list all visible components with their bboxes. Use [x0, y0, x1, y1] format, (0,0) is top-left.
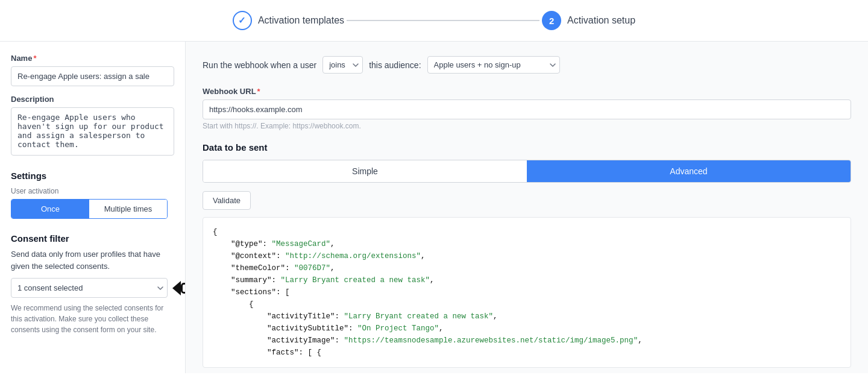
settings-section: Settings User activation Once Multiple t…: [11, 171, 174, 219]
callout-annotation: [172, 281, 186, 295]
consent-note: We recommend using the selected consents…: [11, 303, 174, 335]
trigger-action-select[interactable]: joins: [322, 56, 363, 74]
name-input[interactable]: [11, 66, 174, 86]
once-button[interactable]: Once: [11, 200, 89, 218]
step-2-circle: 2: [542, 11, 561, 30]
tab-simple[interactable]: Simple: [203, 160, 527, 182]
webhook-url-section: Webhook URL* Start with https://. Exampl…: [203, 87, 851, 130]
step-1-label: Activation templates: [258, 15, 344, 26]
name-field-group: Name*: [11, 54, 174, 86]
audience-select[interactable]: Apple users + no sign-up: [427, 56, 560, 74]
step-1: ✓ Activation templates: [233, 11, 344, 30]
trigger-action-wrapper: joins: [322, 56, 363, 74]
stepper: ✓ Activation templates 2 Activation setu…: [0, 0, 868, 42]
description-label: Description: [11, 95, 174, 104]
description-input[interactable]: Re-engage Apple users who haven't sign u…: [11, 107, 174, 156]
consent-select-wrapper: 1 consent selected: [11, 278, 168, 298]
step-connector: [347, 20, 539, 21]
webhook-hint: Start with https://. Example: https://we…: [203, 122, 851, 130]
main-layout: Name* Description Re-engage Apple users …: [0, 42, 868, 373]
data-section: Data to be sent Simple Advanced Validate…: [203, 142, 851, 368]
tab-advanced[interactable]: Advanced: [527, 160, 851, 182]
step-2: 2 Activation setup: [542, 11, 635, 30]
webhook-trigger-row: Run the webhook when a user joins this a…: [203, 56, 851, 74]
step-2-label: Activation setup: [567, 15, 635, 26]
consent-filter-desc: Send data only from user profiles that h…: [11, 248, 174, 272]
settings-title: Settings: [11, 171, 174, 181]
consent-filter-title: Consent filter: [11, 233, 174, 244]
consent-select[interactable]: 1 consent selected: [11, 278, 168, 298]
multiple-times-button[interactable]: Multiple times: [89, 200, 167, 218]
sidebar: Name* Description Re-engage Apple users …: [0, 42, 186, 373]
step-1-circle: ✓: [233, 11, 252, 30]
name-label: Name*: [11, 54, 174, 63]
right-panel: Run the webhook when a user joins this a…: [186, 42, 868, 373]
data-tabs: Simple Advanced: [203, 160, 851, 183]
trigger-prefix: Run the webhook when a user: [203, 60, 316, 70]
consent-filter-section: Consent filter Send data only from user …: [11, 233, 174, 335]
data-section-title: Data to be sent: [203, 142, 851, 153]
validate-button[interactable]: Validate: [203, 191, 251, 210]
code-block: { "@type": "MessageCard", "@context": "h…: [203, 217, 851, 368]
webhook-url-input[interactable]: [203, 99, 851, 119]
trigger-suffix: this audience:: [369, 60, 421, 70]
description-field-group: Description Re-engage Apple users who ha…: [11, 95, 174, 157]
webhook-url-label: Webhook URL*: [203, 87, 851, 96]
audience-select-wrapper: Apple users + no sign-up: [427, 56, 560, 74]
user-activation-toggle: Once Multiple times: [11, 199, 168, 219]
user-activation-label: User activation: [11, 187, 174, 195]
